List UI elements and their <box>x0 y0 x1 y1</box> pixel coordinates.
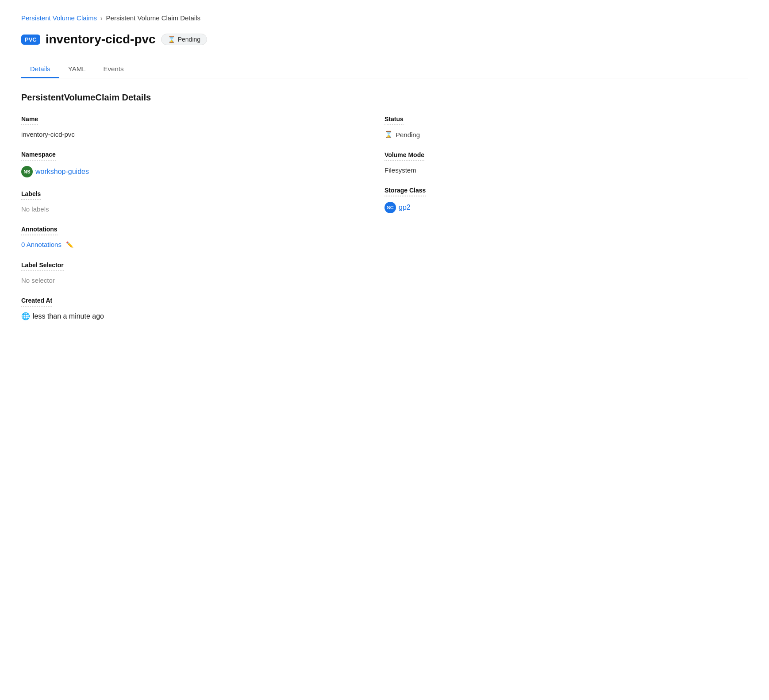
left-column: Name inventory-cicd-pvc Namespace NS wor… <box>21 115 384 333</box>
name-label: Name <box>21 115 38 125</box>
storage-class-link[interactable]: gp2 <box>399 204 411 212</box>
breadcrumb-current: Persistent Volume Claim Details <box>106 14 200 22</box>
globe-icon: 🌐 <box>21 312 30 320</box>
hourglass-icon: ⌛ <box>168 36 175 43</box>
page-title: inventory-cicd-pvc <box>46 32 156 46</box>
tab-yaml[interactable]: YAML <box>59 61 95 78</box>
tab-details[interactable]: Details <box>21 61 59 78</box>
label-selector-value: No selector <box>21 277 384 284</box>
tab-events[interactable]: Events <box>95 61 133 78</box>
label-selector-label: Label Selector <box>21 262 64 271</box>
page-header: PVC inventory-cicd-pvc ⌛ Pending <box>21 32 748 46</box>
details-grid: Name inventory-cicd-pvc Namespace NS wor… <box>21 115 748 333</box>
annotations-link[interactable]: 0 Annotations <box>21 241 62 248</box>
name-value: inventory-cicd-pvc <box>21 131 384 138</box>
created-at-value: less than a minute ago <box>33 312 104 320</box>
pvc-badge: PVC <box>21 35 40 45</box>
volume-mode-value: Filesystem <box>384 166 748 174</box>
edit-icon[interactable]: ✏️ <box>66 241 73 248</box>
breadcrumb: Persistent Volume Claims › Persistent Vo… <box>21 14 748 22</box>
status-row: ⌛ Pending <box>384 131 748 138</box>
storage-class-label: Storage Class <box>384 187 426 196</box>
detail-labels: Labels No labels <box>21 190 384 225</box>
namespace-link[interactable]: workshop-guides <box>35 168 89 176</box>
detail-storage-class: Storage Class SC gp2 <box>384 186 748 226</box>
created-at-row: 🌐 less than a minute ago <box>21 312 384 320</box>
namespace-label: Namespace <box>21 151 56 161</box>
detail-status: Status ⌛ Pending <box>384 115 748 151</box>
detail-label-selector: Label Selector No selector <box>21 261 384 296</box>
labels-value: No labels <box>21 205 384 213</box>
detail-volume-mode: Volume Mode Filesystem <box>384 151 748 186</box>
status-badge-text: Pending <box>178 36 200 43</box>
breadcrumb-separator: › <box>100 15 103 22</box>
namespace-row: NS workshop-guides <box>21 166 384 177</box>
labels-label: Labels <box>21 190 41 200</box>
detail-annotations: Annotations 0 Annotations ✏️ <box>21 225 384 261</box>
right-column: Status ⌛ Pending Volume Mode Filesystem … <box>384 115 748 333</box>
status-hourglass-icon: ⌛ <box>384 131 393 138</box>
ns-badge: NS <box>21 166 33 177</box>
status-badge: ⌛ Pending <box>161 34 207 45</box>
tabs-container: Details YAML Events <box>21 61 748 78</box>
section-title: PersistentVolumeClaim Details <box>21 92 748 103</box>
annotations-label: Annotations <box>21 226 58 235</box>
detail-created-at: Created At 🌐 less than a minute ago <box>21 296 384 333</box>
detail-name: Name inventory-cicd-pvc <box>21 115 384 150</box>
volume-mode-label: Volume Mode <box>384 151 424 161</box>
sc-badge: SC <box>384 202 396 213</box>
status-value: Pending <box>396 131 420 138</box>
created-at-label: Created At <box>21 297 52 307</box>
detail-namespace: Namespace NS workshop-guides <box>21 150 384 190</box>
storage-class-row: SC gp2 <box>384 202 748 213</box>
status-label: Status <box>384 115 404 125</box>
breadcrumb-parent-link[interactable]: Persistent Volume Claims <box>21 14 97 22</box>
